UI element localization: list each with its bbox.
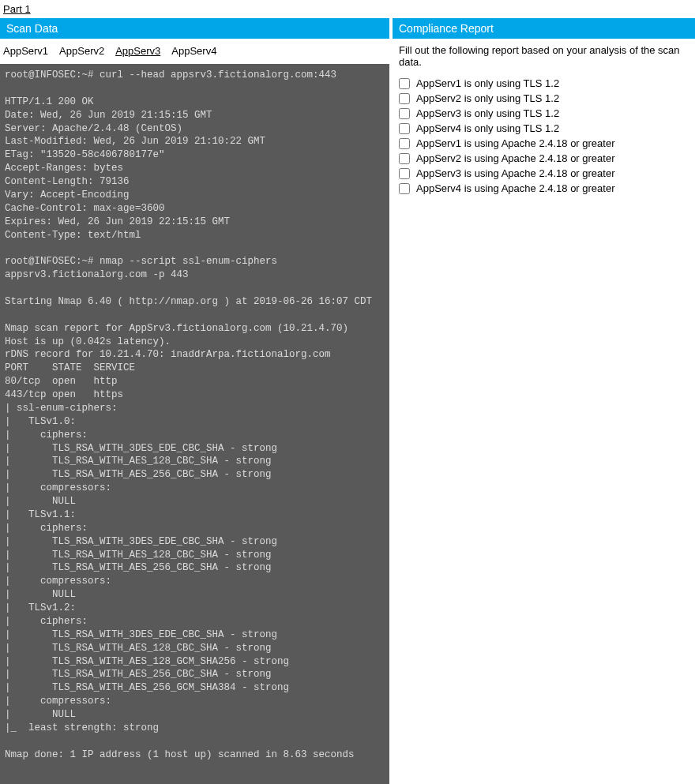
part-link[interactable]: Part 1: [0, 0, 34, 18]
compliance-item: AppServ1 is using Apache 2.4.18 or great…: [399, 136, 689, 151]
compliance-item: AppServ4 is only using TLS 1.2: [399, 121, 689, 136]
compliance-item-label: AppServ3 is only using TLS 1.2: [416, 107, 559, 119]
compliance-checkbox-1[interactable]: [399, 93, 410, 104]
tab-appserv3[interactable]: AppServ3: [115, 43, 160, 58]
terminal-output: root@INFOSEC:~# curl --head appsrv3.fict…: [0, 64, 389, 784]
main-two-column: Scan Data AppServ1 AppServ2 AppServ3 App…: [0, 18, 695, 784]
compliance-checkbox-6[interactable]: [399, 168, 410, 179]
compliance-item: AppServ3 is only using TLS 1.2: [399, 106, 689, 121]
compliance-report-panel: Compliance Report Fill out the following…: [393, 18, 695, 784]
compliance-item: AppServ3 is using Apache 2.4.18 or great…: [399, 166, 689, 181]
compliance-checklist: AppServ1 is only using TLS 1.2 AppServ2 …: [393, 76, 695, 196]
compliance-checkbox-7[interactable]: [399, 183, 410, 194]
compliance-header: Compliance Report: [393, 18, 695, 39]
scan-data-header: Scan Data: [0, 18, 389, 39]
compliance-item: AppServ2 is using Apache 2.4.18 or great…: [399, 151, 689, 166]
compliance-item-label: AppServ2 is using Apache 2.4.18 or great…: [416, 152, 615, 164]
tab-appserv4[interactable]: AppServ4: [171, 43, 216, 58]
compliance-item-label: AppServ1 is using Apache 2.4.18 or great…: [416, 137, 615, 149]
scan-data-panel: Scan Data AppServ1 AppServ2 AppServ3 App…: [0, 18, 389, 784]
server-tabs: AppServ1 AppServ2 AppServ3 AppServ4: [0, 39, 389, 64]
compliance-item: AppServ4 is using Apache 2.4.18 or great…: [399, 181, 689, 196]
compliance-item-label: AppServ4 is only using TLS 1.2: [416, 122, 559, 134]
compliance-item: AppServ2 is only using TLS 1.2: [399, 91, 689, 106]
tab-appserv1[interactable]: AppServ1: [3, 43, 48, 58]
compliance-item: AppServ1 is only using TLS 1.2: [399, 76, 689, 91]
compliance-item-label: AppServ3 is using Apache 2.4.18 or great…: [416, 167, 615, 179]
compliance-item-label: AppServ4 is using Apache 2.4.18 or great…: [416, 182, 615, 194]
compliance-item-label: AppServ2 is only using TLS 1.2: [416, 92, 559, 104]
compliance-checkbox-0[interactable]: [399, 78, 410, 89]
tab-appserv2[interactable]: AppServ2: [59, 43, 104, 58]
compliance-checkbox-3[interactable]: [399, 123, 410, 134]
compliance-checkbox-2[interactable]: [399, 108, 410, 119]
compliance-checkbox-4[interactable]: [399, 138, 410, 149]
compliance-checkbox-5[interactable]: [399, 153, 410, 164]
compliance-item-label: AppServ1 is only using TLS 1.2: [416, 77, 559, 89]
compliance-instruction: Fill out the following report based on y…: [393, 39, 695, 76]
